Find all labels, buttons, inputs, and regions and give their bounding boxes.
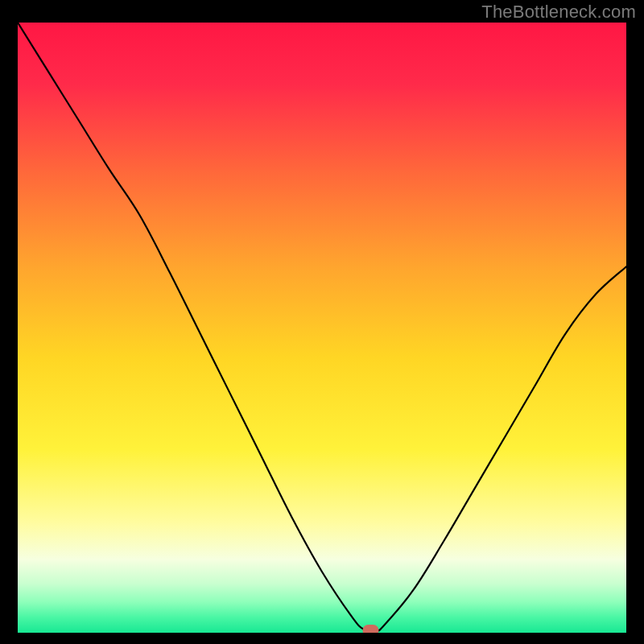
gradient-background — [18, 23, 626, 633]
watermark-text: TheBottleneck.com — [481, 2, 636, 23]
bottleneck-plot — [18, 23, 626, 633]
optimal-marker — [362, 625, 378, 633]
chart-frame: TheBottleneck.com — [0, 0, 644, 644]
